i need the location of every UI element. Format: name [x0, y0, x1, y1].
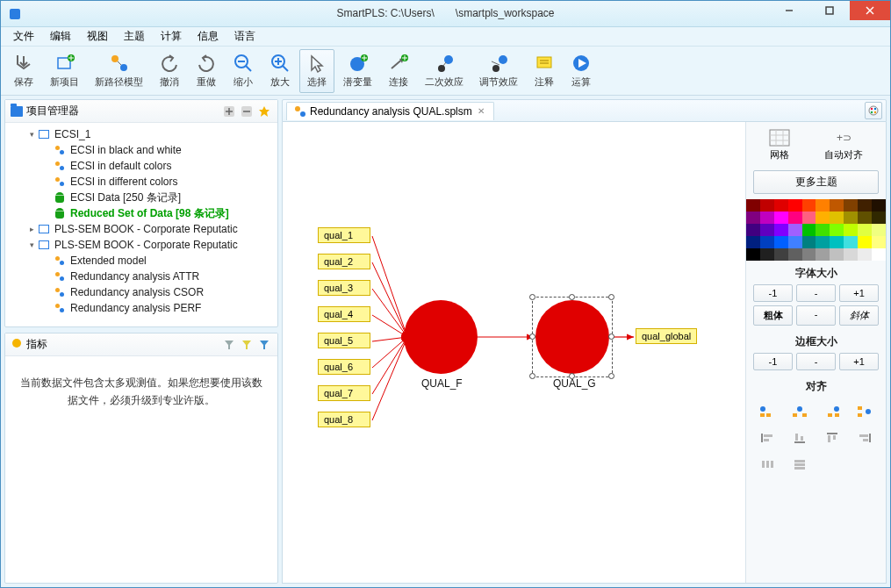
tab-close-icon[interactable]: ✕ — [476, 106, 486, 116]
border-plus-button[interactable]: +1 — [839, 353, 879, 370]
menu-2[interactable]: 视图 — [80, 27, 115, 46]
color-swatch[interactable] — [830, 224, 844, 236]
color-swatch[interactable] — [872, 199, 886, 212]
color-swatch[interactable] — [746, 224, 760, 236]
toolbar-newproj-button[interactable]: 新项目 — [43, 49, 86, 93]
color-swatch[interactable] — [746, 212, 760, 224]
border-dash-button[interactable]: - — [796, 353, 836, 370]
filter2-icon[interactable] — [239, 337, 255, 353]
toolbar-save-button[interactable]: 保存 — [6, 49, 41, 93]
toolbar-newpath-button[interactable]: 新路径模型 — [88, 49, 150, 93]
tree-item[interactable]: ▸PLS-SEM BOOK - Corporate Reputatic — [7, 221, 276, 237]
tree-item[interactable]: ECSI in different colors — [7, 174, 276, 190]
color-swatch[interactable] — [830, 248, 844, 261]
align-option-9[interactable] — [791, 455, 809, 473]
color-swatch[interactable] — [788, 212, 802, 224]
align-option-0[interactable] — [758, 403, 777, 420]
toolbar-calc-button[interactable]: 运算 — [564, 49, 599, 93]
color-swatch[interactable] — [802, 212, 816, 224]
grid-button[interactable]: 网格 — [769, 129, 790, 161]
color-swatch[interactable] — [816, 248, 830, 261]
color-swatch[interactable] — [858, 236, 872, 248]
color-swatch[interactable] — [802, 224, 816, 236]
color-swatch[interactable] — [816, 199, 830, 212]
color-swatch[interactable] — [872, 236, 886, 248]
color-swatch[interactable] — [788, 199, 802, 212]
indicator-box[interactable]: qual_8 — [318, 412, 370, 427]
color-swatch[interactable] — [774, 236, 788, 248]
toolbar-quad-button[interactable]: 二次效应 — [418, 49, 471, 93]
indicator-box[interactable]: qual_7 — [318, 385, 370, 401]
star-button[interactable] — [256, 104, 272, 119]
color-swatch[interactable] — [858, 224, 872, 236]
border-minus-button[interactable]: -1 — [753, 353, 793, 370]
color-swatch[interactable] — [830, 236, 844, 248]
indicator-box[interactable]: qual_6 — [318, 359, 370, 375]
tree-item[interactable]: ▾PLS-SEM BOOK - Corporate Reputatic — [7, 237, 276, 253]
toolbar-select-button[interactable]: 选择 — [299, 49, 334, 93]
selection-handles[interactable] — [532, 297, 613, 377]
indicator-box[interactable]: qual_1 — [318, 227, 370, 243]
toolbar-moder-button[interactable]: 调节效应 — [472, 49, 525, 93]
model-canvas[interactable]: qual_1qual_2qual_3qual_4qual_5qual_6qual… — [283, 122, 745, 583]
tree-item[interactable]: ▾ECSI_1 — [7, 126, 276, 142]
color-swatch[interactable] — [760, 248, 774, 261]
indicator-box[interactable]: qual_3 — [318, 280, 370, 296]
color-swatch[interactable] — [844, 224, 858, 236]
menu-4[interactable]: 计算 — [154, 27, 189, 46]
color-swatch[interactable] — [872, 248, 886, 261]
color-swatch[interactable] — [788, 224, 802, 236]
font-plus-button[interactable]: +1 — [839, 284, 879, 302]
align-option-1[interactable] — [791, 403, 809, 420]
latent-QUAL_F[interactable] — [404, 300, 478, 374]
close-button[interactable] — [850, 1, 890, 20]
indicator-box[interactable]: qual_2 — [318, 254, 370, 269]
filter3-icon[interactable] — [256, 337, 272, 353]
menu-5[interactable]: 信息 — [190, 27, 226, 46]
font-dash-button[interactable]: - — [796, 284, 836, 302]
color-swatch[interactable] — [830, 199, 844, 212]
tree-item[interactable]: Redundancy analysis CSOR — [7, 284, 276, 300]
color-swatch[interactable] — [802, 236, 816, 248]
remove-button[interactable] — [239, 104, 255, 119]
color-swatch[interactable] — [774, 224, 788, 236]
tab-redundancy-qual[interactable]: Redundancy analysis QUAL.splsm ✕ — [286, 102, 494, 120]
color-swatch[interactable] — [816, 224, 830, 236]
align-option-5[interactable] — [791, 429, 809, 447]
more-themes-button[interactable]: 更多主题 — [753, 170, 879, 194]
font-minus-button[interactable]: -1 — [753, 284, 793, 302]
weight-dash-button[interactable]: - — [796, 305, 836, 326]
color-swatch[interactable] — [802, 199, 816, 212]
tree-item[interactable]: ECSI in black and white — [7, 142, 276, 158]
add-button[interactable] — [221, 104, 237, 119]
toolbar-zoomin-button[interactable]: 放大 — [262, 49, 298, 93]
menu-1[interactable]: 编辑 — [43, 27, 78, 46]
align-option-6[interactable] — [823, 429, 842, 447]
tree-item[interactable]: Redundancy analysis PERF — [7, 300, 276, 316]
color-swatch[interactable] — [816, 236, 830, 248]
color-swatch[interactable] — [844, 212, 858, 224]
color-swatch[interactable] — [760, 199, 774, 212]
toolbar-note-button[interactable]: 注释 — [527, 49, 562, 93]
toolbar-redo-button[interactable]: 重做 — [189, 49, 224, 93]
tree-item[interactable]: ECSI in default colors — [7, 158, 276, 174]
bold-button[interactable]: 粗体 — [753, 305, 793, 326]
color-swatch[interactable] — [858, 212, 872, 224]
color-swatch[interactable] — [774, 199, 788, 212]
tree-item[interactable]: Redundancy analysis ATTR — [7, 269, 276, 284]
minimize-button[interactable] — [769, 1, 809, 20]
color-swatch[interactable] — [746, 248, 760, 261]
maximize-button[interactable] — [809, 1, 850, 20]
indicator-box[interactable]: qual_4 — [318, 306, 370, 322]
color-swatch[interactable] — [844, 199, 858, 212]
color-swatch[interactable] — [760, 236, 774, 248]
color-swatch[interactable] — [858, 199, 872, 212]
auto-align-button[interactable]: +⊃ 自动对齐 — [824, 129, 863, 161]
filter1-icon[interactable] — [221, 337, 237, 353]
color-swatch[interactable] — [746, 236, 760, 248]
toolbar-undo-button[interactable]: 撤消 — [152, 49, 187, 93]
toolbar-connect-button[interactable]: 连接 — [381, 49, 416, 93]
color-swatch[interactable] — [802, 248, 816, 261]
toolbar-zoomout-button[interactable]: 缩小 — [226, 49, 261, 93]
color-palette[interactable] — [746, 199, 886, 261]
